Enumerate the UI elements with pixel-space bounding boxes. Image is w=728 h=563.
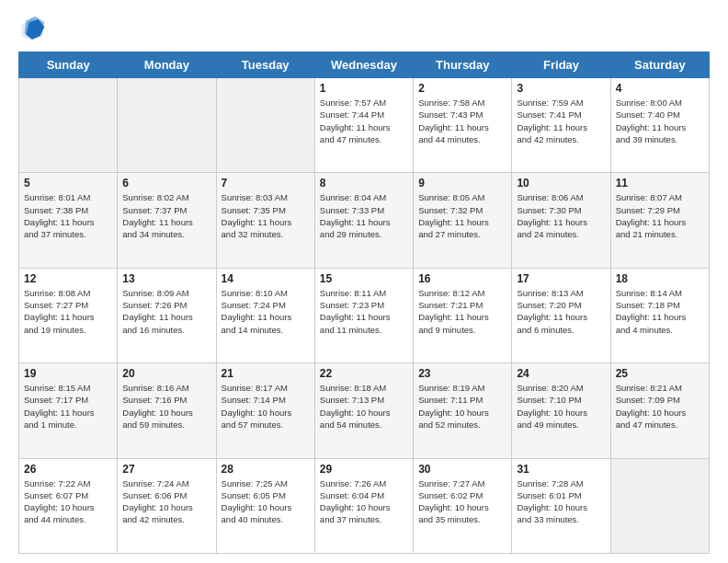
day-cell: 13Sunrise: 8:09 AMSunset: 7:26 PMDayligh… bbox=[118, 268, 216, 362]
day-number: 26 bbox=[24, 463, 112, 476]
day-cell: 6Sunrise: 8:02 AMSunset: 7:37 PMDaylight… bbox=[118, 173, 216, 268]
day-number: 5 bbox=[24, 177, 112, 190]
day-number: 10 bbox=[517, 177, 605, 190]
day-info: Sunrise: 7:27 AMSunset: 6:02 PMDaylight:… bbox=[418, 477, 506, 526]
day-number: 28 bbox=[222, 463, 310, 476]
day-number: 21 bbox=[222, 367, 310, 380]
day-number: 16 bbox=[418, 272, 506, 285]
day-number: 1 bbox=[320, 82, 408, 95]
day-info: Sunrise: 7:22 AMSunset: 6:07 PMDaylight:… bbox=[24, 477, 112, 526]
day-cell: 31Sunrise: 7:28 AMSunset: 6:01 PMDayligh… bbox=[512, 458, 610, 553]
day-cell: 3Sunrise: 7:59 AMSunset: 7:41 PMDaylight… bbox=[512, 78, 610, 173]
day-cell: 12Sunrise: 8:08 AMSunset: 7:27 PMDayligh… bbox=[19, 268, 118, 362]
day-info: Sunrise: 7:25 AMSunset: 6:05 PMDaylight:… bbox=[222, 477, 310, 526]
day-number: 13 bbox=[122, 272, 210, 285]
day-info: Sunrise: 8:19 AMSunset: 7:11 PMDaylight:… bbox=[418, 382, 506, 431]
day-cell: 28Sunrise: 7:25 AMSunset: 6:05 PMDayligh… bbox=[216, 458, 314, 553]
day-info: Sunrise: 8:14 AMSunset: 7:18 PMDaylight:… bbox=[616, 287, 704, 336]
day-cell: 10Sunrise: 8:06 AMSunset: 7:30 PMDayligh… bbox=[512, 173, 610, 268]
day-cell: 20Sunrise: 8:16 AMSunset: 7:16 PMDayligh… bbox=[118, 363, 216, 458]
day-cell: 22Sunrise: 8:18 AMSunset: 7:13 PMDayligh… bbox=[314, 363, 413, 458]
day-number: 23 bbox=[418, 367, 506, 380]
day-number: 12 bbox=[24, 272, 112, 285]
day-number: 19 bbox=[24, 367, 112, 380]
weekday-header-friday: Friday bbox=[512, 52, 610, 78]
day-cell: 23Sunrise: 8:19 AMSunset: 7:11 PMDayligh… bbox=[414, 363, 512, 458]
day-cell: 7Sunrise: 8:03 AMSunset: 7:35 PMDaylight… bbox=[216, 173, 314, 268]
day-number: 20 bbox=[122, 367, 210, 380]
weekday-header-wednesday: Wednesday bbox=[314, 52, 413, 78]
day-number: 4 bbox=[616, 82, 704, 95]
weekday-header-sunday: Sunday bbox=[19, 52, 118, 78]
day-info: Sunrise: 8:12 AMSunset: 7:21 PMDaylight:… bbox=[418, 287, 506, 336]
day-number: 8 bbox=[320, 177, 408, 190]
day-number: 24 bbox=[517, 367, 605, 380]
day-cell: 15Sunrise: 8:11 AMSunset: 7:23 PMDayligh… bbox=[314, 268, 413, 362]
day-info: Sunrise: 8:02 AMSunset: 7:37 PMDaylight:… bbox=[122, 191, 210, 240]
day-cell: 26Sunrise: 7:22 AMSunset: 6:07 PMDayligh… bbox=[19, 458, 118, 553]
day-number: 31 bbox=[517, 463, 605, 476]
day-number: 25 bbox=[616, 367, 704, 380]
day-cell: 29Sunrise: 7:26 AMSunset: 6:04 PMDayligh… bbox=[314, 458, 413, 553]
day-cell bbox=[118, 78, 216, 173]
day-number: 6 bbox=[122, 177, 210, 190]
day-cell: 16Sunrise: 8:12 AMSunset: 7:21 PMDayligh… bbox=[414, 268, 512, 362]
day-number: 2 bbox=[418, 82, 506, 95]
day-cell bbox=[610, 458, 709, 553]
day-info: Sunrise: 8:06 AMSunset: 7:30 PMDaylight:… bbox=[517, 191, 605, 240]
day-cell: 8Sunrise: 8:04 AMSunset: 7:33 PMDaylight… bbox=[314, 173, 413, 268]
weekday-header-monday: Monday bbox=[118, 52, 216, 78]
day-info: Sunrise: 7:26 AMSunset: 6:04 PMDaylight:… bbox=[320, 477, 408, 526]
weekday-header-saturday: Saturday bbox=[610, 52, 709, 78]
day-info: Sunrise: 8:15 AMSunset: 7:17 PMDaylight:… bbox=[24, 382, 112, 431]
day-cell: 19Sunrise: 8:15 AMSunset: 7:17 PMDayligh… bbox=[19, 363, 118, 458]
day-cell: 1Sunrise: 7:57 AMSunset: 7:44 PMDaylight… bbox=[314, 78, 413, 173]
day-info: Sunrise: 8:18 AMSunset: 7:13 PMDaylight:… bbox=[320, 382, 408, 431]
day-info: Sunrise: 8:01 AMSunset: 7:38 PMDaylight:… bbox=[24, 191, 112, 240]
day-info: Sunrise: 8:13 AMSunset: 7:20 PMDaylight:… bbox=[517, 287, 605, 336]
day-cell: 14Sunrise: 8:10 AMSunset: 7:24 PMDayligh… bbox=[216, 268, 314, 362]
logo bbox=[18, 15, 50, 42]
day-number: 15 bbox=[320, 272, 408, 285]
day-info: Sunrise: 7:57 AMSunset: 7:44 PMDaylight:… bbox=[320, 97, 408, 145]
day-cell: 25Sunrise: 8:21 AMSunset: 7:09 PMDayligh… bbox=[610, 363, 709, 458]
day-info: Sunrise: 8:20 AMSunset: 7:10 PMDaylight:… bbox=[517, 382, 605, 431]
day-cell: 2Sunrise: 7:58 AMSunset: 7:43 PMDaylight… bbox=[414, 78, 512, 173]
day-number: 17 bbox=[517, 272, 605, 285]
week-row-5: 26Sunrise: 7:22 AMSunset: 6:07 PMDayligh… bbox=[19, 458, 710, 553]
day-number: 14 bbox=[222, 272, 310, 285]
week-row-2: 5Sunrise: 8:01 AMSunset: 7:38 PMDaylight… bbox=[19, 173, 710, 268]
day-number: 22 bbox=[320, 367, 408, 380]
day-number: 29 bbox=[320, 463, 408, 476]
day-info: Sunrise: 7:24 AMSunset: 6:06 PMDaylight:… bbox=[122, 477, 210, 526]
day-cell: 11Sunrise: 8:07 AMSunset: 7:29 PMDayligh… bbox=[610, 173, 709, 268]
day-info: Sunrise: 8:09 AMSunset: 7:26 PMDaylight:… bbox=[122, 287, 210, 336]
day-cell: 4Sunrise: 8:00 AMSunset: 7:40 PMDaylight… bbox=[610, 78, 709, 173]
day-cell: 17Sunrise: 8:13 AMSunset: 7:20 PMDayligh… bbox=[512, 268, 610, 362]
day-info: Sunrise: 8:05 AMSunset: 7:32 PMDaylight:… bbox=[418, 191, 506, 240]
day-number: 18 bbox=[616, 272, 704, 285]
day-info: Sunrise: 8:07 AMSunset: 7:29 PMDaylight:… bbox=[616, 191, 704, 240]
header bbox=[18, 15, 710, 42]
week-row-3: 12Sunrise: 8:08 AMSunset: 7:27 PMDayligh… bbox=[19, 268, 710, 362]
logo-icon bbox=[18, 15, 46, 42]
day-info: Sunrise: 8:00 AMSunset: 7:40 PMDaylight:… bbox=[616, 97, 704, 145]
day-info: Sunrise: 8:04 AMSunset: 7:33 PMDaylight:… bbox=[320, 191, 408, 240]
day-info: Sunrise: 8:03 AMSunset: 7:35 PMDaylight:… bbox=[222, 191, 310, 240]
weekday-header-thursday: Thursday bbox=[414, 52, 512, 78]
day-cell: 9Sunrise: 8:05 AMSunset: 7:32 PMDaylight… bbox=[414, 173, 512, 268]
day-cell bbox=[19, 78, 118, 173]
day-cell: 18Sunrise: 8:14 AMSunset: 7:18 PMDayligh… bbox=[610, 268, 709, 362]
day-cell: 5Sunrise: 8:01 AMSunset: 7:38 PMDaylight… bbox=[19, 173, 118, 268]
day-cell bbox=[216, 78, 314, 173]
calendar-table: SundayMondayTuesdayWednesdayThursdayFrid… bbox=[18, 52, 710, 554]
day-cell: 24Sunrise: 8:20 AMSunset: 7:10 PMDayligh… bbox=[512, 363, 610, 458]
page: SundayMondayTuesdayWednesdayThursdayFrid… bbox=[0, 0, 728, 563]
day-cell: 27Sunrise: 7:24 AMSunset: 6:06 PMDayligh… bbox=[118, 458, 216, 553]
weekday-header-tuesday: Tuesday bbox=[216, 52, 314, 78]
day-number: 3 bbox=[517, 82, 605, 95]
day-info: Sunrise: 8:11 AMSunset: 7:23 PMDaylight:… bbox=[320, 287, 408, 336]
day-cell: 30Sunrise: 7:27 AMSunset: 6:02 PMDayligh… bbox=[414, 458, 512, 553]
day-info: Sunrise: 8:08 AMSunset: 7:27 PMDaylight:… bbox=[24, 287, 112, 336]
day-number: 27 bbox=[122, 463, 210, 476]
